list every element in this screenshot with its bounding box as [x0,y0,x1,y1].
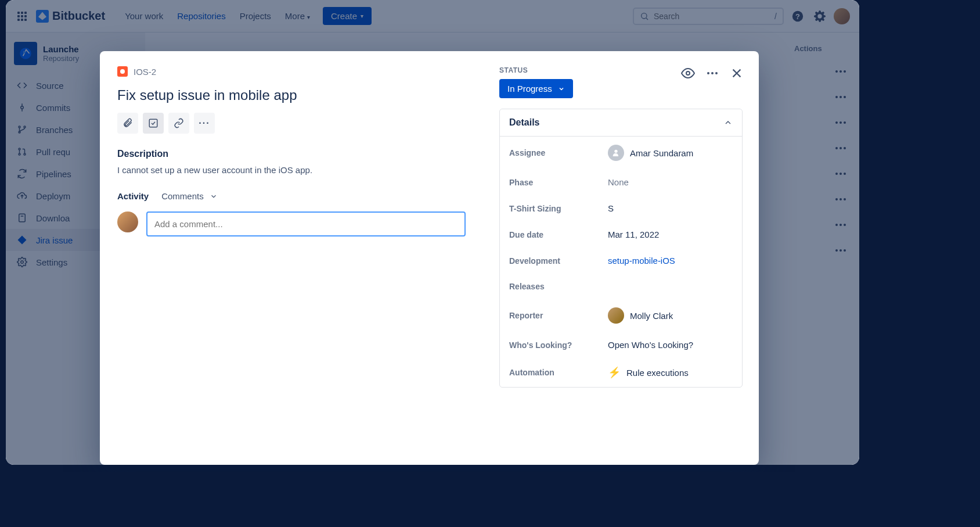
detail-assignee[interactable]: Assignee Amar Sundaram [500,137,742,169]
activity-heading: Activity [117,191,149,201]
add-checklist-button[interactable] [143,113,164,134]
attach-button[interactable] [117,113,138,134]
description-heading: Description [117,149,466,159]
chevron-down-icon [210,192,218,200]
issue-key[interactable]: IOS-2 [134,67,156,77]
chevron-up-icon [723,118,733,127]
detail-due-date[interactable]: Due date Mar 11, 2022 [500,221,742,248]
svg-point-22 [614,150,617,153]
avatar [608,307,624,324]
chevron-down-icon [558,85,565,92]
details-toggle[interactable]: Details [500,109,742,137]
detail-phase[interactable]: Phase None [500,169,742,195]
detail-automation[interactable]: Automation ⚡Rule executions [500,358,742,387]
detail-whos-looking[interactable]: Who's Looking? Open Who's Looking? [500,332,742,358]
issue-modal: IOS-2 Fix setup issue in mobile app ··· … [100,51,759,465]
details-panel: Details Assignee Amar Sundaram Phase Non… [499,109,743,388]
issue-breadcrumb[interactable]: IOS-2 [117,66,466,77]
more-content-actions[interactable]: ··· [194,113,215,134]
link-button[interactable] [168,113,189,134]
detail-releases[interactable]: Releases [500,274,742,299]
close-icon[interactable] [730,66,744,80]
svg-point-18 [686,71,690,75]
issue-type-bug-icon [117,66,128,77]
watch-icon[interactable] [681,66,695,80]
issue-title[interactable]: Fix setup issue in mobile app [117,87,466,103]
comment-input[interactable] [146,211,466,236]
description-text[interactable]: I cannot set up a new user account in th… [117,165,466,175]
svg-rect-21 [149,119,157,127]
detail-development[interactable]: Development setup-mobile-iOS [500,248,742,274]
current-user-avatar [117,211,138,232]
more-actions-icon[interactable] [705,66,719,80]
status-dropdown[interactable]: In Progress [499,79,573,98]
bolt-icon: ⚡ [608,366,621,379]
person-icon [608,145,624,161]
activity-filter-dropdown[interactable]: Comments [161,191,218,201]
detail-reporter[interactable]: Reporter Molly Clark [500,299,742,332]
detail-tshirt[interactable]: T-Shirt Sizing S [500,195,742,221]
